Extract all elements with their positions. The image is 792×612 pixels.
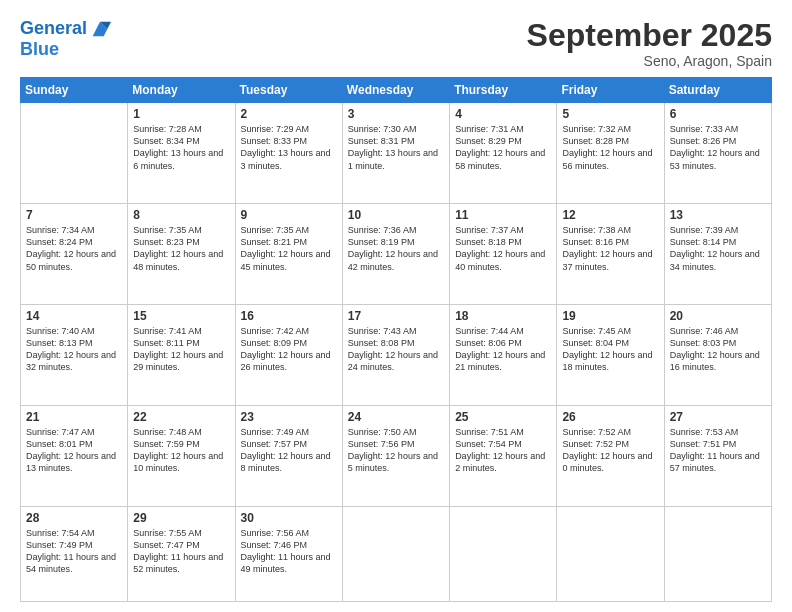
daylight-text: Daylight: 11 hours and 54 minutes. — [26, 551, 122, 575]
col-friday: Friday — [557, 78, 664, 103]
cell-info: Sunrise: 7:38 AMSunset: 8:16 PMDaylight:… — [562, 224, 658, 273]
table-row — [21, 103, 128, 204]
sunrise-text: Sunrise: 7:32 AM — [562, 123, 658, 135]
daylight-text: Daylight: 12 hours and 34 minutes. — [670, 248, 766, 272]
table-row — [664, 506, 771, 601]
sunset-text: Sunset: 7:47 PM — [133, 539, 229, 551]
daylight-text: Daylight: 12 hours and 0 minutes. — [562, 450, 658, 474]
cell-info: Sunrise: 7:56 AMSunset: 7:46 PMDaylight:… — [241, 527, 337, 576]
day-number: 14 — [26, 309, 122, 323]
daylight-text: Daylight: 13 hours and 6 minutes. — [133, 147, 229, 171]
daylight-text: Daylight: 12 hours and 13 minutes. — [26, 450, 122, 474]
logo-icon — [89, 18, 111, 40]
table-row: 19Sunrise: 7:45 AMSunset: 8:04 PMDayligh… — [557, 305, 664, 406]
sunrise-text: Sunrise: 7:52 AM — [562, 426, 658, 438]
daylight-text: Daylight: 12 hours and 58 minutes. — [455, 147, 551, 171]
daylight-text: Daylight: 12 hours and 45 minutes. — [241, 248, 337, 272]
sunset-text: Sunset: 8:09 PM — [241, 337, 337, 349]
day-number: 20 — [670, 309, 766, 323]
sunrise-text: Sunrise: 7:41 AM — [133, 325, 229, 337]
cell-info: Sunrise: 7:53 AMSunset: 7:51 PMDaylight:… — [670, 426, 766, 475]
sunrise-text: Sunrise: 7:30 AM — [348, 123, 444, 135]
day-number: 30 — [241, 511, 337, 525]
table-row: 24Sunrise: 7:50 AMSunset: 7:56 PMDayligh… — [342, 405, 449, 506]
day-number: 17 — [348, 309, 444, 323]
sunset-text: Sunset: 8:08 PM — [348, 337, 444, 349]
daylight-text: Daylight: 12 hours and 48 minutes. — [133, 248, 229, 272]
table-row — [557, 506, 664, 601]
table-row: 12Sunrise: 7:38 AMSunset: 8:16 PMDayligh… — [557, 204, 664, 305]
day-number: 11 — [455, 208, 551, 222]
table-row: 9Sunrise: 7:35 AMSunset: 8:21 PMDaylight… — [235, 204, 342, 305]
sunrise-text: Sunrise: 7:29 AM — [241, 123, 337, 135]
sunrise-text: Sunrise: 7:54 AM — [26, 527, 122, 539]
cell-info: Sunrise: 7:34 AMSunset: 8:24 PMDaylight:… — [26, 224, 122, 273]
cell-info: Sunrise: 7:43 AMSunset: 8:08 PMDaylight:… — [348, 325, 444, 374]
sunset-text: Sunset: 8:34 PM — [133, 135, 229, 147]
sunset-text: Sunset: 7:59 PM — [133, 438, 229, 450]
day-number: 21 — [26, 410, 122, 424]
cell-info: Sunrise: 7:33 AMSunset: 8:26 PMDaylight:… — [670, 123, 766, 172]
table-row: 18Sunrise: 7:44 AMSunset: 8:06 PMDayligh… — [450, 305, 557, 406]
daylight-text: Daylight: 12 hours and 40 minutes. — [455, 248, 551, 272]
daylight-text: Daylight: 12 hours and 18 minutes. — [562, 349, 658, 373]
cell-info: Sunrise: 7:45 AMSunset: 8:04 PMDaylight:… — [562, 325, 658, 374]
day-number: 5 — [562, 107, 658, 121]
day-number: 4 — [455, 107, 551, 121]
sunrise-text: Sunrise: 7:36 AM — [348, 224, 444, 236]
sunrise-text: Sunrise: 7:28 AM — [133, 123, 229, 135]
day-number: 29 — [133, 511, 229, 525]
sunrise-text: Sunrise: 7:48 AM — [133, 426, 229, 438]
cell-info: Sunrise: 7:35 AMSunset: 8:21 PMDaylight:… — [241, 224, 337, 273]
calendar-week-row: 1Sunrise: 7:28 AMSunset: 8:34 PMDaylight… — [21, 103, 772, 204]
table-row: 20Sunrise: 7:46 AMSunset: 8:03 PMDayligh… — [664, 305, 771, 406]
sunset-text: Sunset: 8:01 PM — [26, 438, 122, 450]
logo-blue: Blue — [20, 40, 59, 60]
day-number: 10 — [348, 208, 444, 222]
table-row: 4Sunrise: 7:31 AMSunset: 8:29 PMDaylight… — [450, 103, 557, 204]
day-number: 18 — [455, 309, 551, 323]
sunset-text: Sunset: 8:33 PM — [241, 135, 337, 147]
cell-info: Sunrise: 7:30 AMSunset: 8:31 PMDaylight:… — [348, 123, 444, 172]
daylight-text: Daylight: 12 hours and 8 minutes. — [241, 450, 337, 474]
col-sunday: Sunday — [21, 78, 128, 103]
cell-info: Sunrise: 7:41 AMSunset: 8:11 PMDaylight:… — [133, 325, 229, 374]
calendar-week-row: 14Sunrise: 7:40 AMSunset: 8:13 PMDayligh… — [21, 305, 772, 406]
day-number: 26 — [562, 410, 658, 424]
daylight-text: Daylight: 12 hours and 16 minutes. — [670, 349, 766, 373]
table-row: 8Sunrise: 7:35 AMSunset: 8:23 PMDaylight… — [128, 204, 235, 305]
daylight-text: Daylight: 12 hours and 29 minutes. — [133, 349, 229, 373]
table-row: 1Sunrise: 7:28 AMSunset: 8:34 PMDaylight… — [128, 103, 235, 204]
table-row: 26Sunrise: 7:52 AMSunset: 7:52 PMDayligh… — [557, 405, 664, 506]
day-number: 1 — [133, 107, 229, 121]
sunset-text: Sunset: 8:11 PM — [133, 337, 229, 349]
sunset-text: Sunset: 7:54 PM — [455, 438, 551, 450]
daylight-text: Daylight: 12 hours and 42 minutes. — [348, 248, 444, 272]
sunrise-text: Sunrise: 7:37 AM — [455, 224, 551, 236]
table-row: 6Sunrise: 7:33 AMSunset: 8:26 PMDaylight… — [664, 103, 771, 204]
sunset-text: Sunset: 8:31 PM — [348, 135, 444, 147]
day-number: 22 — [133, 410, 229, 424]
day-number: 25 — [455, 410, 551, 424]
daylight-text: Daylight: 12 hours and 53 minutes. — [670, 147, 766, 171]
daylight-text: Daylight: 12 hours and 37 minutes. — [562, 248, 658, 272]
sunrise-text: Sunrise: 7:43 AM — [348, 325, 444, 337]
cell-info: Sunrise: 7:40 AMSunset: 8:13 PMDaylight:… — [26, 325, 122, 374]
col-monday: Monday — [128, 78, 235, 103]
sunrise-text: Sunrise: 7:38 AM — [562, 224, 658, 236]
sunset-text: Sunset: 8:29 PM — [455, 135, 551, 147]
col-saturday: Saturday — [664, 78, 771, 103]
day-number: 9 — [241, 208, 337, 222]
sunrise-text: Sunrise: 7:40 AM — [26, 325, 122, 337]
page: General Blue September 2025 Seno, Aragon… — [0, 0, 792, 612]
table-row: 21Sunrise: 7:47 AMSunset: 8:01 PMDayligh… — [21, 405, 128, 506]
sunrise-text: Sunrise: 7:51 AM — [455, 426, 551, 438]
sunset-text: Sunset: 7:49 PM — [26, 539, 122, 551]
cell-info: Sunrise: 7:44 AMSunset: 8:06 PMDaylight:… — [455, 325, 551, 374]
sunset-text: Sunset: 8:16 PM — [562, 236, 658, 248]
table-row: 25Sunrise: 7:51 AMSunset: 7:54 PMDayligh… — [450, 405, 557, 506]
sunrise-text: Sunrise: 7:33 AM — [670, 123, 766, 135]
sunrise-text: Sunrise: 7:53 AM — [670, 426, 766, 438]
day-number: 13 — [670, 208, 766, 222]
table-row: 5Sunrise: 7:32 AMSunset: 8:28 PMDaylight… — [557, 103, 664, 204]
